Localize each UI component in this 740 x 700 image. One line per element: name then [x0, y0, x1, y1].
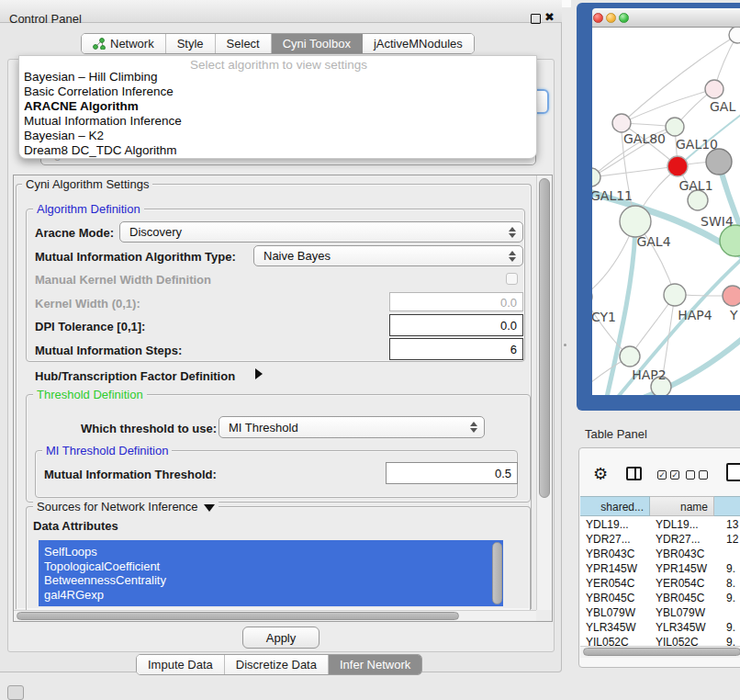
algorithm-option[interactable]: Bayesian – Hill Climbing — [22, 70, 534, 85]
tab-jactivemnodules[interactable]: jActiveMNodules — [363, 34, 474, 53]
bottom-tabbar: Impute Data Discretize Data Infer Networ… — [136, 654, 422, 675]
column-header-name[interactable]: name — [650, 496, 714, 516]
manual-kernel-checkbox[interactable] — [506, 273, 518, 285]
tab-style-label: Style — [177, 37, 204, 51]
node-label: SWI4 — [701, 214, 734, 229]
tab-select[interactable]: Select — [216, 34, 272, 53]
table-row[interactable]: YDR27...YDR27...12 — [580, 531, 740, 546]
table-row[interactable]: YBR045CYBR045C9. — [580, 590, 740, 604]
tab-impute-data[interactable]: Impute Data — [137, 655, 225, 674]
node-label: Y — [729, 308, 738, 322]
tab-infer-network[interactable]: Infer Network — [329, 655, 421, 674]
settings-vscrollbar-thumb[interactable] — [539, 178, 550, 498]
split-columns-icon[interactable] — [626, 467, 642, 480]
mi-steps-field[interactable]: 6 — [389, 338, 523, 360]
column-header-partial[interactable] — [714, 496, 740, 516]
minimize-traffic-button[interactable] — [606, 13, 616, 23]
table-row[interactable]: YBL079WYBL079W — [580, 604, 740, 619]
combo-stepper-icon — [508, 251, 516, 262]
expand-arrow-icon[interactable] — [255, 368, 263, 379]
node-gal4[interactable] — [620, 206, 651, 237]
attribute-item[interactable]: gal4RGexp — [39, 588, 503, 603]
settings-hscrollbar-thumb[interactable] — [17, 612, 459, 620]
algorithm-option[interactable]: Bayesian – K2 — [22, 129, 534, 143]
attribute-item[interactable]: TopologicalCoefficient — [39, 559, 503, 574]
node-label: GAL — [710, 99, 735, 114]
node-hap4[interactable] — [664, 284, 686, 306]
table-row[interactable]: YLR345WYLR345W9. — [580, 619, 740, 634]
mi-threshold-group-title: MI Threshold Definition — [42, 444, 172, 457]
node-gal1-selected[interactable] — [667, 156, 688, 176]
apply-button[interactable]: Apply — [242, 627, 320, 649]
zoom-traffic-button[interactable] — [619, 13, 629, 23]
network-icon — [93, 38, 106, 50]
table-row[interactable]: YBR043CYBR043C — [580, 546, 740, 560]
attribute-item[interactable]: SelfLoops — [39, 545, 503, 559]
node[interactable] — [729, 28, 740, 43]
document-icon[interactable] — [726, 463, 740, 481]
mi-type-value: Naive Bayes — [254, 249, 508, 263]
dpi-tolerance-label: DPI Tolerance [0,1]: — [35, 320, 145, 333]
node-swi4[interactable] — [688, 190, 708, 210]
aracne-mode-combo[interactable]: Discovery — [119, 221, 523, 243]
threshold-definition-title: Threshold Definition — [33, 388, 147, 401]
cyni-algorithm-settings-title: Cyni Algorithm Settings — [22, 177, 152, 191]
network-graph: GAL GAL80 GAL10 GAL1 GAL11 SWI4 GAL4 GCY… — [592, 28, 740, 395]
tab-style[interactable]: Style — [166, 34, 216, 53]
node-gal80[interactable] — [612, 114, 631, 132]
checked-box-icon[interactable]: ✓ — [670, 470, 679, 480]
gear-icon[interactable]: ⚙ — [593, 464, 608, 484]
float-window-icon[interactable] — [531, 14, 541, 24]
table-row[interactable]: YER054CYER054C8. — [580, 575, 740, 590]
table-row[interactable]: YPR145WYPR145W9. — [580, 560, 740, 575]
combo-stepper-icon — [469, 422, 477, 433]
mi-threshold-field[interactable]: 0.5 — [386, 462, 518, 484]
table-row[interactable]: YIL052CYIL052C9. — [580, 634, 740, 646]
attributes-list-scrollbar[interactable] — [492, 542, 502, 604]
node-label: GCY1 — [592, 310, 616, 324]
kernel-width-label: Kernel Width (0,1): — [35, 297, 140, 310]
algorithm-option-selected[interactable]: ARACNE Algorithm — [22, 99, 534, 114]
unchecked-box-icon[interactable] — [699, 470, 708, 480]
kernel-width-field[interactable]: 0.0 — [389, 292, 523, 311]
manual-kernel-label: Manual Kernel Width Definition — [35, 273, 211, 287]
data-attributes-label: Data Attributes — [33, 519, 118, 533]
tab-cyni-toolbox[interactable]: Cyni Toolbox — [272, 34, 363, 53]
table-row[interactable]: YDL19...YDL19...13 — [580, 516, 740, 531]
dock-panel-button[interactable] — [7, 685, 24, 700]
column-header-shared[interactable]: shared... — [580, 496, 650, 516]
table-hscrollbar-thumb[interactable] — [583, 648, 740, 656]
sources-title-text: Sources for Network Inference — [37, 500, 198, 514]
node-gal10[interactable] — [666, 118, 684, 136]
unchecked-box-icon[interactable] — [686, 470, 695, 480]
tab-jactivemnodules-label: jActiveMNodules — [374, 37, 463, 51]
algorithm-option[interactable]: Dream8 DC_TDC Algorithm — [22, 143, 534, 158]
splitter-grip[interactable] — [564, 344, 566, 346]
aracne-mode-label: Aracne Mode: — [35, 226, 114, 240]
node-label: GAL1 — [678, 178, 712, 193]
node-gal[interactable] — [705, 80, 723, 98]
sources-group-title: Sources for Network Inference — [33, 500, 219, 514]
tab-discretize-data[interactable]: Discretize Data — [225, 655, 329, 674]
node-unlabeled-green[interactable] — [720, 225, 740, 256]
algorithm-option[interactable]: Mutual Information Inference — [22, 114, 534, 129]
dpi-tolerance-field[interactable]: 0.0 — [389, 314, 523, 336]
hub-definition-label: Hub/Transcription Factor Definition — [35, 369, 235, 383]
mi-type-label: Mutual Information Algorithm Type: — [35, 250, 236, 264]
attribute-item[interactable]: BetweennessCentrality — [39, 573, 503, 588]
node-hap2[interactable] — [620, 346, 640, 367]
close-icon[interactable]: ✖ — [544, 10, 555, 24]
collapse-arrow-icon[interactable] — [204, 504, 215, 512]
mi-type-combo[interactable]: Naive Bayes — [253, 245, 523, 266]
which-threshold-value: MI Threshold — [219, 421, 469, 435]
checked-box-icon[interactable]: ✓ — [657, 470, 667, 480]
which-threshold-combo[interactable]: MI Threshold — [219, 416, 485, 438]
tab-network[interactable]: Network — [82, 34, 166, 53]
node-y[interactable] — [723, 286, 740, 306]
tab-cyni-toolbox-label: Cyni Toolbox — [283, 37, 351, 51]
algorithm-option[interactable]: Basic Correlation Inference — [22, 85, 534, 99]
node-unlabeled-gray[interactable] — [706, 149, 732, 175]
mi-threshold-label: Mutual Information Threshold: — [44, 468, 217, 481]
close-traffic-button[interactable] — [593, 13, 603, 23]
network-canvas[interactable]: GAL GAL80 GAL10 GAL1 GAL11 SWI4 GAL4 GCY… — [592, 28, 740, 395]
